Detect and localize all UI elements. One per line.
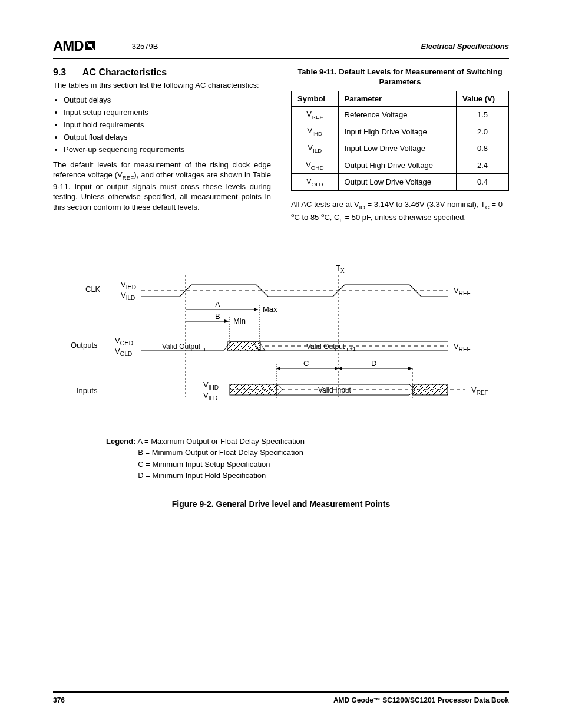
svg-rect-21: [227, 342, 260, 351]
logo-text: AMD: [53, 38, 84, 54]
svg-text:VREF: VREF: [454, 342, 471, 353]
figure-legend: Legend: A = Maximum Output or Float Dela…: [106, 436, 509, 482]
doc-number: 32579B: [132, 42, 158, 51]
table-row: VOHD Output High Drive Voltage 2.4: [292, 157, 509, 174]
legend-label: Legend:: [106, 437, 136, 446]
svg-text:Min: Min: [233, 317, 246, 325]
amd-logo: AMD: [53, 38, 97, 54]
table-header: Value (V): [457, 91, 509, 106]
svg-text:Inputs: Inputs: [77, 386, 98, 395]
list-item: Output delays: [64, 95, 271, 104]
section-number: 9.3: [53, 67, 80, 78]
table-header: Symbol: [292, 91, 339, 106]
list-item: Input hold requirements: [64, 120, 271, 129]
page-header: AMD 32579B Electrical Specifications: [53, 38, 509, 59]
ac-test-note: All AC tests are at VIO = 3.14V to 3.46V…: [291, 199, 509, 225]
svg-text:VOLD: VOLD: [115, 347, 132, 357]
svg-text:VREF: VREF: [454, 286, 471, 297]
svg-text:TX: TX: [336, 263, 345, 274]
table-row: VOLD Output Low Drive Voltage 0.4: [292, 174, 509, 191]
section-title: AC Characteristics: [82, 67, 167, 77]
svg-text:Max: Max: [263, 305, 277, 314]
svg-text:VIHD: VIHD: [203, 380, 219, 391]
figure-caption: Figure 9-2. General Drive level and Meas…: [53, 499, 509, 509]
levels-table: Symbol Parameter Value (V) VREF Referenc…: [291, 91, 509, 191]
default-levels-paragraph: The default levels for measurement of th…: [53, 160, 271, 213]
svg-text:Outputs: Outputs: [71, 341, 98, 350]
svg-text:VILD: VILD: [121, 291, 135, 301]
section-heading: 9.3 AC Characteristics: [53, 67, 271, 78]
table-row: VILD Input Low Drive Voltage 0.8: [292, 140, 509, 157]
page-footer: 376 AMD Geode™ SC1200/SC1201 Processor D…: [53, 691, 509, 704]
book-title: AMD Geode™ SC1200/SC1201 Processor Data …: [333, 696, 509, 704]
svg-text:VREF: VREF: [471, 386, 488, 396]
table-row: VREF Reference Voltage 1.5: [292, 106, 509, 123]
svg-text:VOHD: VOHD: [115, 336, 133, 347]
svg-text:CLK: CLK: [85, 285, 101, 294]
list-item: Input setup requirements: [64, 108, 271, 117]
intro-paragraph: The tables in this section list the foll…: [53, 80, 271, 91]
svg-text:Valid Input: Valid Input: [318, 386, 351, 394]
svg-text:VILD: VILD: [203, 391, 217, 401]
page-number: 376: [53, 696, 65, 704]
svg-text:D: D: [371, 359, 376, 368]
svg-text:A: A: [215, 300, 220, 309]
list-item: Power-up sequencing requirements: [64, 145, 271, 154]
table-caption: Table 9-11. Default Levels for Measureme…: [291, 67, 509, 87]
svg-text:VIHD: VIHD: [121, 280, 136, 291]
table-header: Parameter: [338, 91, 457, 106]
list-item: Output float delays: [64, 133, 271, 141]
table-row: VIHD Input High Drive Voltage 2.0: [292, 123, 509, 140]
svg-text:Valid Output n+1: Valid Output n+1: [306, 342, 356, 352]
svg-text:Valid Output n: Valid Output n: [162, 342, 206, 352]
timing-diagram: TX CLK VIHD VILD VREF A Max B Min: [53, 262, 509, 509]
svg-text:C: C: [303, 359, 309, 368]
amd-arrow-icon: [85, 38, 97, 54]
section-title-header: Electrical Specifications: [421, 42, 509, 51]
characteristics-list: Output delays Input setup requirements I…: [64, 95, 271, 154]
svg-text:B: B: [215, 312, 220, 321]
